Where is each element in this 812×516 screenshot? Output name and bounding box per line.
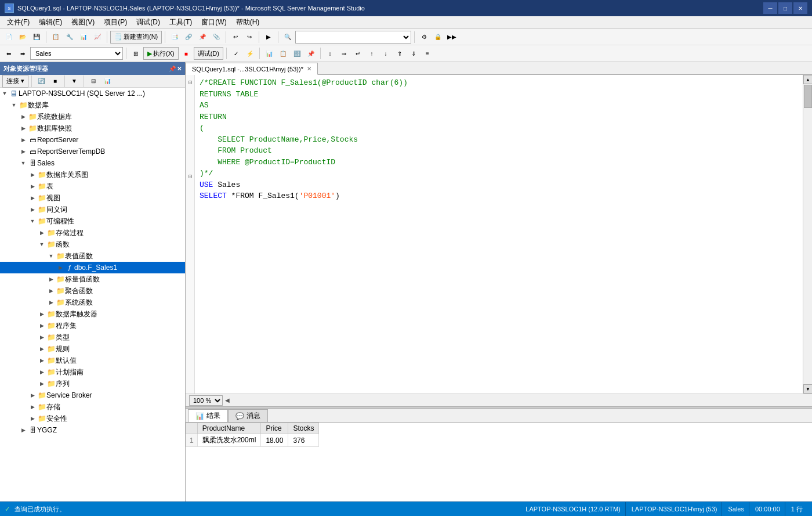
tb-btn4[interactable]: 📊 xyxy=(77,31,90,44)
stop-button[interactable]: ■ xyxy=(180,47,193,60)
sb-expand[interactable]: ▶ xyxy=(28,391,37,400)
tree-system-funcs[interactable]: ▶ 📁 系统函数 xyxy=(0,297,185,308)
tree-sys-databases[interactable]: ▶ 📁 系统数据库 xyxy=(0,111,185,122)
tb2-btn11[interactable]: ⇒ xyxy=(338,47,350,60)
tvf-expand[interactable]: ▼ xyxy=(46,251,56,261)
sales-expand[interactable]: ▼ xyxy=(19,158,28,168)
maximize-button[interactable]: □ xyxy=(778,2,792,14)
tb2-btn6[interactable]: 📊 xyxy=(263,47,276,60)
tb-btn6[interactable]: 📑 xyxy=(168,31,181,44)
tree-server[interactable]: ▼ 🖥 LAPTOP-N3SLOC1H (SQL Server 12 ...) xyxy=(0,88,185,99)
yggz-expand[interactable]: ▶ xyxy=(19,425,28,435)
new-query-button[interactable]: 🗒️ 新建查询(N) xyxy=(110,31,162,44)
tree-reportservertempdb[interactable]: ▶ 🗃 ReportServerTempDB xyxy=(0,146,185,157)
databases-expand[interactable]: ▼ xyxy=(9,100,19,110)
tree-rules[interactable]: ▶ 📁 规则 xyxy=(0,343,185,355)
tree-db-snapshot[interactable]: ▶ 📁 数据库快照 xyxy=(0,122,185,134)
tree-aggregate[interactable]: ▶ 📁 聚合函数 xyxy=(0,285,185,297)
tb-btn5[interactable]: 📈 xyxy=(91,31,104,44)
tab-close-1[interactable]: ✕ xyxy=(307,66,311,72)
tree-functions[interactable]: ▼ 📁 函数 xyxy=(0,239,185,250)
tree-programmability[interactable]: ▼ 📁 可编程性 xyxy=(0,215,185,227)
database-dropdown[interactable]: Sales xyxy=(30,47,123,60)
tree-plan-guides[interactable]: ▶ 📁 计划指南 xyxy=(0,366,185,378)
tb2-btn13[interactable]: ↑ xyxy=(365,47,378,60)
editor-tab-1[interactable]: SQLQuery1.sql -...3SLOC1H\myj (53))* ✕ xyxy=(186,63,318,75)
undo-button[interactable]: ↩ xyxy=(229,31,242,44)
open-button[interactable]: 📂 xyxy=(16,31,29,44)
code-content[interactable]: /*CREATE FUNCTION F_Sales1(@ProductID ch… xyxy=(195,75,803,394)
tree-reportserver[interactable]: ▶ 🗃 ReportServer xyxy=(0,134,185,146)
tb2-btn7[interactable]: 📋 xyxy=(277,47,289,60)
rstempdb-expand[interactable]: ▶ xyxy=(19,147,28,156)
close-button[interactable]: ✕ xyxy=(793,2,807,14)
oe-pin-button[interactable]: 📌 xyxy=(169,66,176,72)
tb2-btn12[interactable]: ↵ xyxy=(351,47,364,60)
tb-btn8[interactable]: 📌 xyxy=(196,31,209,44)
tb-btn10[interactable]: ▶ xyxy=(262,31,275,44)
menu-help[interactable]: 帮助(H) xyxy=(231,16,264,29)
minimize-button[interactable]: ─ xyxy=(763,2,777,14)
security-expand[interactable]: ▶ xyxy=(28,414,37,423)
sys-db-expand[interactable]: ▶ xyxy=(19,112,28,121)
redo-button[interactable]: ↪ xyxy=(243,31,256,44)
tree-table-valued[interactable]: ▼ 📁 表值函数 xyxy=(0,250,185,262)
server-expand[interactable]: ▼ xyxy=(0,89,9,98)
storage-expand[interactable]: ▶ xyxy=(28,402,37,412)
right-scrollbar[interactable]: ▲ ▼ xyxy=(803,75,812,394)
code-editor[interactable]: ⊟ ⊟ /*CREATE FUNCTION F_Sales1(@ProductI… xyxy=(186,75,812,394)
asm-expand[interactable]: ▶ xyxy=(37,321,46,330)
diagram-expand[interactable]: ▶ xyxy=(28,170,37,179)
tb2-btn5[interactable]: ⚡ xyxy=(244,47,256,60)
tree-db-triggers[interactable]: ▶ 📁 数据库触发器 xyxy=(0,308,185,320)
agg-expand[interactable]: ▶ xyxy=(46,286,56,295)
tree-defaults[interactable]: ▶ 📁 默认值 xyxy=(0,355,185,366)
menu-file[interactable]: 文件(F) xyxy=(2,16,34,29)
scroll-up-button[interactable]: ▲ xyxy=(803,75,812,84)
tree-sequences[interactable]: ▶ 📁 序列 xyxy=(0,378,185,389)
tree-db-diagram[interactable]: ▶ 📁 数据库关系图 xyxy=(0,169,185,181)
tb-btn9[interactable]: 📎 xyxy=(210,31,223,44)
scroll-track[interactable] xyxy=(803,84,812,384)
oe-reports-button[interactable]: 📊 xyxy=(101,75,114,88)
oe-stop-button[interactable]: ■ xyxy=(49,75,61,88)
tb-btn2[interactable]: 📋 xyxy=(49,31,62,44)
results-tab-results[interactable]: 📊 结果 xyxy=(188,409,228,422)
tree-stored-procs[interactable]: ▶ 📁 存储过程 xyxy=(0,227,185,239)
server-dropdown[interactable] xyxy=(295,31,411,44)
oe-connect-button[interactable]: 连接 ▾ xyxy=(2,75,28,88)
tables-expand[interactable]: ▶ xyxy=(28,182,37,191)
menu-view[interactable]: 视图(V) xyxy=(67,16,99,29)
tb-btn13[interactable]: ▶▶ xyxy=(445,31,458,44)
f-sales1-expand[interactable]: ▶ xyxy=(56,263,65,272)
sp-expand[interactable]: ▶ xyxy=(37,228,46,237)
tb-btn7[interactable]: 🔗 xyxy=(182,31,195,44)
rs-expand[interactable]: ▶ xyxy=(19,135,28,145)
fold-icon-10[interactable]: ⊟ xyxy=(186,171,195,182)
results-tab-messages[interactable]: 💬 消息 xyxy=(228,409,268,422)
tb-btn11[interactable]: 🔍 xyxy=(281,31,294,44)
tree-scalar-valued[interactable]: ▶ 📁 标量值函数 xyxy=(0,273,185,285)
scroll-down-button[interactable]: ▼ xyxy=(803,384,812,394)
dbtrig-expand[interactable]: ▶ xyxy=(37,309,46,319)
tb2-btn16[interactable]: ⇓ xyxy=(407,47,420,60)
tree-views[interactable]: ▶ 📁 视图 xyxy=(0,192,185,204)
tb2-btn4[interactable]: ✓ xyxy=(230,47,242,60)
oe-close-button[interactable]: ✕ xyxy=(177,66,182,72)
synonyms-expand[interactable]: ▶ xyxy=(28,205,37,214)
tb2-btn9[interactable]: 📌 xyxy=(304,47,317,60)
tree-service-broker[interactable]: ▶ 📁 Service Broker xyxy=(0,389,185,401)
snapshot-expand[interactable]: ▶ xyxy=(19,124,28,133)
tb2-btn2[interactable]: ➡ xyxy=(16,47,29,60)
svf-expand[interactable]: ▶ xyxy=(46,275,56,284)
tb2-btn17[interactable]: ≡ xyxy=(421,47,434,60)
tree-synonyms[interactable]: ▶ 📁 同义词 xyxy=(0,204,185,215)
types-expand[interactable]: ▶ xyxy=(37,333,46,342)
tb-btn3[interactable]: 🔧 xyxy=(63,31,76,44)
tree-dbo-f-sales1[interactable]: ▶ ƒ dbo.F_Sales1 xyxy=(0,262,185,273)
oe-collapse-button[interactable]: ⊟ xyxy=(87,75,100,88)
tree-storage[interactable]: ▶ 📁 存储 xyxy=(0,401,185,413)
fold-icon-1[interactable]: ⊟ xyxy=(186,77,195,88)
oe-refresh-button[interactable]: 🔄 xyxy=(35,75,48,88)
views-expand[interactable]: ▶ xyxy=(28,193,37,203)
